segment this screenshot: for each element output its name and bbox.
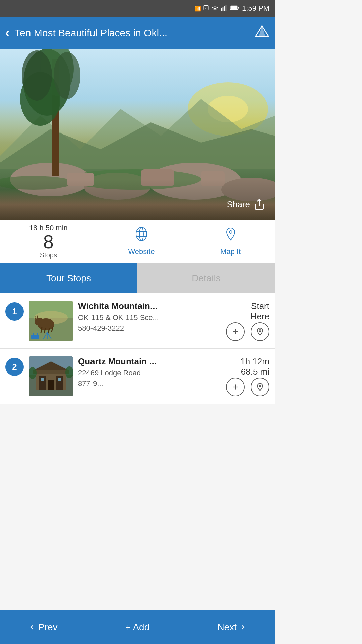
status-icons: 📶 N [194, 5, 239, 12]
share-button[interactable]: Share [227, 198, 265, 210]
svg-point-37 [136, 227, 147, 241]
website-button[interactable]: Website [97, 227, 186, 256]
stops-label: Stops [40, 251, 57, 259]
map-it-icon [223, 227, 239, 245]
website-label: Website [128, 247, 155, 256]
wifi-icon [211, 5, 219, 12]
svg-rect-66 [48, 380, 54, 390]
svg-rect-63 [33, 370, 69, 374]
svg-point-74 [259, 385, 261, 387]
svg-rect-53 [37, 333, 38, 336]
app-header: ‹ Ten Most Beautiful Places in Okl... [0, 17, 275, 49]
stop-content-1: Wichita Mountain... OK-115 & OK-115 Sce.… [78, 301, 214, 333]
share-label: Share [227, 199, 250, 210]
back-button[interactable]: ‹ [5, 26, 9, 40]
tent-icon[interactable] [255, 24, 269, 41]
stop-item-1: 1 [0, 293, 275, 349]
status-time: 1:59 PM [242, 4, 269, 13]
next-label: Next [217, 622, 237, 633]
map-it-button[interactable]: Map It [186, 227, 275, 256]
stop-action-1: StartHere [251, 301, 269, 322]
stops-count: 8 [43, 232, 54, 251]
svg-rect-7 [231, 6, 237, 9]
tabs-row: Tour Stops Details [0, 263, 275, 293]
stop-item-2: 2 Quartz Mountai [0, 349, 275, 404]
stop-right-2: 1h 12m 68.5 mi [219, 356, 269, 396]
add-button[interactable]: + Add [86, 610, 189, 644]
stop-right-1: StartHere [219, 301, 269, 341]
svg-point-41 [229, 231, 232, 233]
battery-icon [230, 5, 239, 12]
stop-image-2 [29, 356, 73, 396]
tab-tour-stops[interactable]: Tour Stops [0, 263, 137, 293]
website-icon [133, 227, 149, 245]
nfc-icon: N [203, 5, 209, 12]
svg-rect-8 [238, 7, 239, 9]
svg-rect-68 [58, 378, 61, 381]
svg-text:N: N [205, 7, 206, 10]
location-stop-1-button[interactable] [251, 322, 269, 341]
stop-action-icons-2 [226, 378, 269, 396]
stop-address-2: 22469 Lodge Road [78, 369, 214, 377]
svg-rect-2 [221, 8, 222, 11]
svg-rect-5 [226, 5, 227, 11]
svg-point-46 [35, 318, 44, 326]
stats-duration: 18 h 50 min 8 Stops [0, 220, 97, 263]
stop-phone-1: 580-429-3222 [78, 324, 214, 333]
location-stop-2-button[interactable] [251, 378, 269, 396]
status-bar: 📶 N 1:59 PM [0, 0, 275, 17]
stop-content-2: Quartz Mountain ... 22469 Lodge Road 877… [78, 356, 214, 388]
signal-icon [221, 5, 228, 12]
next-button[interactable]: Next [189, 610, 275, 644]
svg-rect-52 [33, 333, 34, 336]
stats-row: 18 h 50 min 8 Stops Website Map It [0, 220, 275, 263]
svg-point-30 [22, 50, 52, 101]
prev-button[interactable]: Prev [0, 610, 86, 644]
stop-travel-time-2: 1h 12m [240, 356, 269, 367]
amenity-icons-1 [31, 332, 52, 340]
stop-name-2: Quartz Mountain ... [78, 356, 214, 367]
bluetooth-icon: 📶 [194, 5, 201, 12]
add-label: + Add [125, 622, 149, 633]
page-title: Ten Most Beautiful Places in Okl... [15, 27, 249, 39]
svg-rect-67 [41, 378, 44, 381]
stop-phone-2: 877-9... [78, 379, 214, 388]
svg-rect-3 [223, 7, 224, 11]
bottom-bar: Prev + Add Next [0, 610, 275, 644]
svg-point-59 [259, 330, 261, 331]
stop-travel-2: 1h 12m 68.5 mi [240, 356, 269, 377]
svg-point-29 [54, 52, 80, 99]
hero-image: Share [0, 49, 275, 220]
tab-details[interactable]: Details [137, 263, 275, 293]
svg-rect-51 [31, 335, 39, 339]
stop-action-icons-1 [226, 322, 269, 341]
stop-address-1: OK-115 & OK-115 Sce... [78, 313, 214, 322]
svg-point-38 [139, 227, 143, 241]
map-it-label: Map It [220, 247, 241, 256]
add-stop-2-button[interactable] [226, 378, 245, 396]
stops-list: 1 [0, 293, 275, 404]
add-stop-1-button[interactable] [226, 322, 245, 341]
prev-label: Prev [38, 622, 58, 633]
stop-distance-2: 68.5 mi [240, 367, 269, 377]
svg-rect-4 [224, 6, 225, 11]
stop-number-1: 1 [5, 302, 24, 321]
stop-name-1: Wichita Mountain... [78, 301, 214, 311]
stop-number-2: 2 [5, 358, 24, 376]
stop-image-1 [29, 301, 73, 341]
